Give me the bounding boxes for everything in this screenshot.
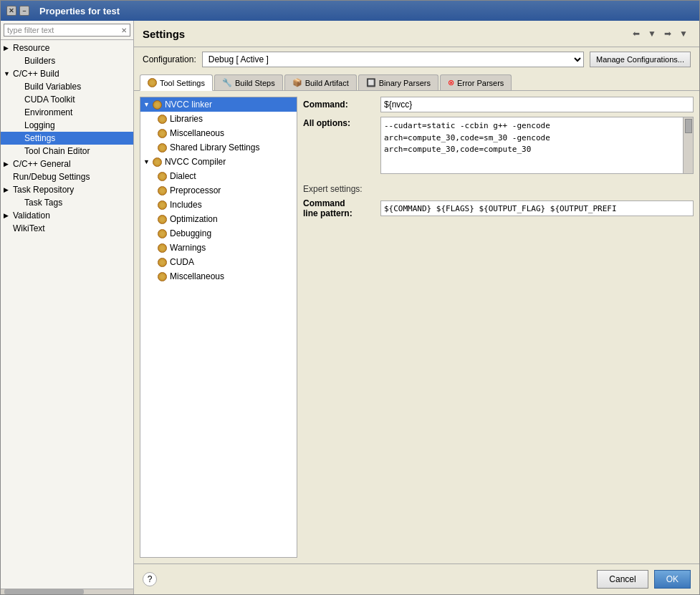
tab-label: Error Parsers [457,79,504,87]
settings-item-label: Includes [170,200,202,210]
settings-item-nvcc-compiler[interactable]: ▼ NVCC Compiler [140,155,297,169]
settings-item-miscellaneous-compiler[interactable]: Miscellaneous [140,269,297,284]
sidebar-item-logging[interactable]: Logging [1,119,133,132]
sidebar-item-ccpp-build[interactable]: ▼ C/C++ Build [1,67,133,80]
sidebar-item-resource[interactable]: ▶ Resource [1,42,133,54]
expert-settings-section: Expert settings: [303,178,694,194]
settings-item-miscellaneous-linker[interactable]: Miscellaneous [140,126,297,140]
tab-build-steps[interactable]: 🔧 Build Steps [214,74,283,90]
gear-icon [158,186,167,195]
settings-item-nvcc-linker[interactable]: ▼ NVCC linker [140,97,297,112]
sidebar-item-environment[interactable]: Environment [1,106,133,119]
command-line-row: Commandline pattern: [303,198,694,218]
sidebar-scrollbar[interactable] [1,589,133,594]
dropdown-button-2[interactable]: ▼ [676,26,691,41]
close-button[interactable]: ✕ [6,6,16,16]
tab-tool-settings[interactable]: Tool Settings [140,74,213,91]
expand-arrow: ▶ [4,44,11,52]
gear-icon [158,172,167,181]
sidebar-item-settings[interactable]: Settings [1,132,133,145]
sidebar-item-wikitext[interactable]: WikiText [1,222,133,235]
gear-icon [158,115,167,124]
artifact-icon: 📦 [292,78,302,87]
gear-icon [153,100,162,110]
gear-icon [158,229,167,238]
tab-build-artifact[interactable]: 📦 Build Artifact [284,74,357,90]
sidebar-item-label: Tool Chain Editor [24,146,90,156]
tab-binary-parsers[interactable]: 🔲 Binary Parsers [358,74,438,90]
tab-error-parsers[interactable]: ⊗ Error Parsers [440,74,512,90]
sidebar-item-task-repository[interactable]: ▶ Task Repository [1,183,133,196]
settings-item-optimization[interactable]: Optimization [140,212,297,226]
settings-item-includes[interactable]: Includes [140,198,297,212]
settings-item-label: NVCC Compiler [165,157,226,167]
settings-item-label: Libraries [170,114,203,124]
tab-label: Build Steps [235,79,275,87]
command-line-label: Commandline pattern: [303,198,375,218]
sidebar-item-label: Run/Debug Settings [13,172,90,182]
settings-item-shared-library[interactable]: Shared Library Settings [140,140,297,155]
filter-box: type filter text ✕ [1,21,133,40]
sidebar-item-label: Resource [13,43,49,53]
sidebar-item-label: Logging [24,120,55,130]
gear-icon [153,158,162,167]
settings-item-debugging[interactable]: Debugging [140,226,297,241]
settings-item-label: Shared Library Settings [170,142,259,153]
settings-item-libraries[interactable]: Libraries [140,112,297,126]
settings-item-preprocessor[interactable]: Preprocessor [140,183,297,198]
minimize-button[interactable]: – [19,6,29,16]
gear-icon [158,258,167,267]
command-input[interactable] [380,97,694,112]
sidebar-item-run-debug[interactable]: Run/Debug Settings [1,170,133,183]
command-line-input[interactable] [380,200,694,216]
settings-item-dialect[interactable]: Dialect [140,169,297,183]
config-select[interactable]: Debug [ Active ] [202,52,584,67]
header-toolbar: ⬅ ▼ ➡ ▼ [629,26,691,41]
dropdown-button[interactable]: ▼ [645,26,659,41]
clear-filter-icon[interactable]: ✕ [121,26,127,34]
sidebar-item-label: Settings [24,133,55,143]
panel-title: Settings [143,28,185,40]
main-content: type filter text ✕ ▶ Resource Builders ▼ [1,21,699,594]
sidebar-item-label: Builders [24,56,55,66]
all-options-label: All options: [303,117,375,128]
sidebar-item-cuda-toolkit[interactable]: CUDA Toolkit [1,93,133,106]
manage-configurations-button[interactable]: Manage Configurations... [590,52,691,67]
settings-item-label: NVCC linker [165,100,212,110]
sidebar-item-label: C/C++ Build [13,69,59,79]
window-title: Properties for test [39,6,120,16]
cancel-button[interactable]: Cancel [597,570,648,589]
gear-icon [158,143,167,153]
forward-button[interactable]: ➡ [661,26,675,41]
config-row: Configuration: Debug [ Active ] Manage C… [134,47,699,72]
back-button[interactable]: ⬅ [629,26,643,41]
window-controls: ✕ – [6,6,29,16]
config-label: Configuration: [143,54,196,64]
error-icon: ⊗ [448,78,454,87]
settings-item-label: Optimization [170,214,218,224]
settings-item-label: Warnings [170,243,206,253]
sidebar-item-tool-chain-editor[interactable]: Tool Chain Editor [1,145,133,158]
sidebar-item-validation[interactable]: ▶ Validation [1,209,133,222]
tree: ▶ Resource Builders ▼ C/C++ Build Build … [1,40,133,589]
options-scrollbar[interactable] [683,117,693,173]
sidebar-item-builders[interactable]: Builders [1,54,133,67]
right-panel: Settings ⬅ ▼ ➡ ▼ Configuration: Debug [ … [134,21,699,594]
sidebar-item-task-tags[interactable]: Task Tags [1,196,133,209]
panel-header: Settings ⬅ ▼ ➡ ▼ [134,21,699,47]
expert-settings-label: Expert settings: [303,184,363,194]
gear-icon [158,272,167,281]
ok-button[interactable]: OK [654,570,691,589]
settings-item-warnings[interactable]: Warnings [140,241,297,255]
gear-icon [148,78,157,87]
command-row: Command: [303,97,694,112]
details-panel: Command: All options: --cudart=static -c… [303,97,694,558]
filter-input[interactable]: type filter text [7,26,121,34]
footer: ? Cancel OK [134,563,699,594]
tab-label: Tool Settings [160,79,205,87]
sidebar-item-ccpp-general[interactable]: ▶ C/C++ General [1,158,133,170]
settings-item-cuda[interactable]: CUDA [140,255,297,269]
help-button[interactable]: ? [143,572,157,586]
sidebar-item-build-variables[interactable]: Build Variables [1,80,133,93]
all-options-text: --cudart=static -ccbin g++ -gencode arch… [381,117,683,173]
